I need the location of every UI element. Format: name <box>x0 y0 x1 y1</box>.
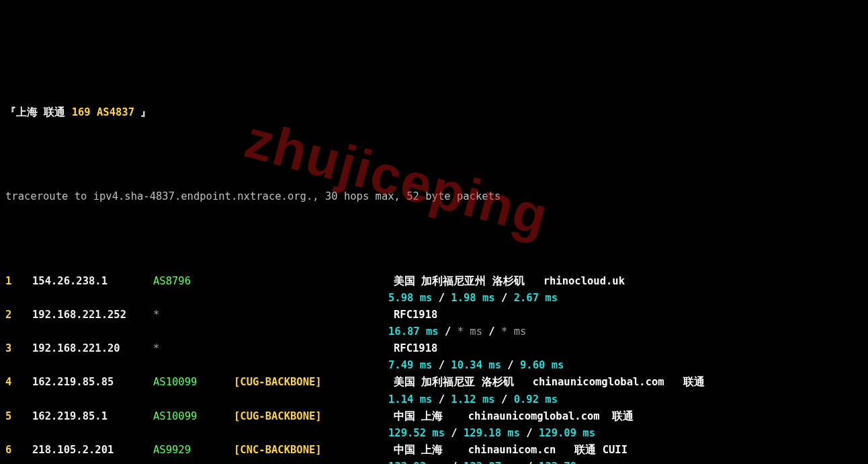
hop-ip: 192.168.221.252 <box>32 307 153 323</box>
hop-number: 6 <box>5 442 32 459</box>
hop-row: 1154.26.238.1AS8796美国 加利福尼亚州 洛杉矶 rhinocl… <box>5 273 863 290</box>
hop-asn: * <box>153 340 234 357</box>
watermark-text: zhujiceping <box>236 95 558 260</box>
header-asn: 169 AS4837 <box>72 106 134 118</box>
hop-location: 美国 加利福尼亚州 洛杉矶 rhinocloud.uk <box>394 273 863 290</box>
terminal-output: zhujiceping 『上海 联通 169 AS4837 』 tracerou… <box>0 0 868 464</box>
hop-asn: * <box>153 307 234 323</box>
hop-tag: [CNC-BACKBONE] <box>234 442 394 459</box>
hop-tag: [CUG-BACKBONE] <box>234 374 394 391</box>
trace-header: 『上海 联通 169 AS4837 』 <box>5 104 863 121</box>
hop-timings-values: 132.93 ms / 132.87 ms / 132.79 ms <box>388 459 595 464</box>
hops-list: 1154.26.238.1AS8796美国 加利福尼亚州 洛杉矶 rhinocl… <box>5 273 863 464</box>
header-bracket-close: 』 <box>134 106 151 118</box>
hop-ip: 192.168.221.20 <box>32 340 153 357</box>
hop-ip: 162.219.85.85 <box>32 374 153 391</box>
hop-location: 中国 上海 chinaunicomglobal.com 联通 <box>394 408 863 425</box>
hop-asn: AS10099 <box>153 408 234 425</box>
hop-ip: 154.26.238.1 <box>32 273 153 290</box>
hop-tag <box>234 340 394 357</box>
header-location: 上海 联通 <box>16 106 65 118</box>
hop-tag: [CUG-BACKBONE] <box>234 408 394 425</box>
hop-row: 4162.219.85.85AS10099[CUG-BACKBONE]美国 加利… <box>5 374 863 391</box>
hop-location: RFC1918 <box>394 340 863 357</box>
hop-asn: AS10099 <box>153 374 234 391</box>
hop-number: 3 <box>5 340 32 357</box>
hop-timings-values: 1.14 ms / 1.12 ms / 0.92 ms <box>388 391 558 408</box>
hop-timings-values: 7.49 ms / 10.34 ms / 9.60 ms <box>388 357 564 374</box>
hop-timings-values: 129.52 ms / 129.18 ms / 129.09 ms <box>388 425 595 442</box>
hop-ip: 162.219.85.1 <box>32 408 153 425</box>
hop-timings: 1.14 ms / 1.12 ms / 0.92 ms <box>5 391 863 408</box>
hop-location: 中国 上海 chinaunicom.cn 联通 CUII <box>394 442 863 459</box>
traceroute-command: traceroute to ipv4.sha-4837.endpoint.nxt… <box>5 188 863 205</box>
hop-asn: AS8796 <box>153 273 234 290</box>
hop-number: 2 <box>5 307 32 323</box>
hop-location: 美国 加利福尼亚 洛杉矶 chinaunicomglobal.com 联通 <box>394 374 863 391</box>
hop-timings: 5.98 ms / 1.98 ms / 2.67 ms <box>5 290 863 307</box>
hop-row: 2192.168.221.252*RFC1918 <box>5 307 863 323</box>
hop-ip: 218.105.2.201 <box>32 442 153 459</box>
hop-row: 6218.105.2.201AS9929[CNC-BACKBONE]中国 上海 … <box>5 442 863 459</box>
hop-number: 5 <box>5 408 32 425</box>
hop-asn: AS9929 <box>153 442 234 459</box>
hop-row: 5162.219.85.1AS10099[CUG-BACKBONE]中国 上海 … <box>5 408 863 425</box>
hop-number: 1 <box>5 273 32 290</box>
hop-timings: 7.49 ms / 10.34 ms / 9.60 ms <box>5 357 863 374</box>
hop-row: 3192.168.221.20*RFC1918 <box>5 340 863 357</box>
hop-timings-values: 16.87 ms / * ms / * ms <box>388 323 526 340</box>
hop-timings: 16.87 ms / * ms / * ms <box>5 323 863 340</box>
hop-number: 4 <box>5 374 32 391</box>
hop-location: RFC1918 <box>394 307 863 323</box>
hop-tag <box>234 307 394 323</box>
header-bracket-open: 『 <box>5 106 16 118</box>
hop-tag <box>234 273 394 290</box>
hop-timings-values: 5.98 ms / 1.98 ms / 2.67 ms <box>388 290 558 307</box>
hop-timings: 132.93 ms / 132.87 ms / 132.79 ms <box>5 459 863 464</box>
hop-timings: 129.52 ms / 129.18 ms / 129.09 ms <box>5 425 863 442</box>
